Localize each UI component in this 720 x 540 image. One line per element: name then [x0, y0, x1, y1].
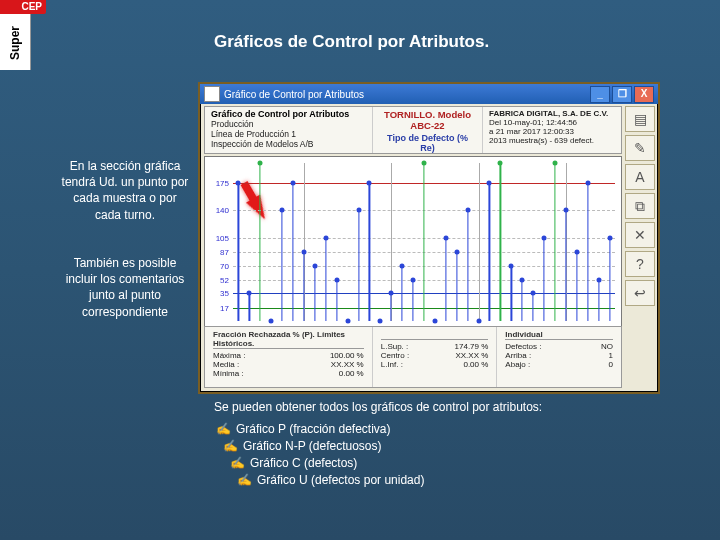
hp-left-l1: Producción	[211, 119, 366, 129]
data-point	[291, 180, 296, 185]
data-point	[443, 236, 448, 241]
data-point	[542, 236, 547, 241]
data-point	[563, 208, 568, 213]
bottom-text-block: Se pueden obtener todos los gráficos de …	[214, 400, 680, 490]
data-point	[454, 250, 459, 255]
stats-row: L.Sup. :174.79 %	[381, 342, 489, 351]
data-point	[334, 277, 339, 282]
hp-company: FABRICA DIGITAL, S.A. DE C.V.	[489, 109, 615, 118]
hp-product: TORNILLO. Modelo ABC-22	[379, 109, 476, 131]
window-title: Gráfico de Control por Atributos	[224, 89, 364, 100]
stats-panel: Fracción Rechazada % (P). Límites Histór…	[204, 326, 622, 388]
window-close-button[interactable]: X	[634, 86, 654, 103]
help-icon[interactable]: ?	[625, 251, 655, 277]
hp-left-title: Gráfico de Control por Atributos	[211, 109, 366, 119]
data-point	[280, 208, 285, 213]
data-point	[607, 236, 612, 241]
data-point	[400, 263, 405, 268]
data-point	[356, 208, 361, 213]
stats-heading: Fracción Rechazada % (P). Límites Histór…	[213, 330, 364, 349]
stats-row: L.Inf. :0.00 %	[381, 360, 489, 369]
chart-icon[interactable]: ▤	[625, 106, 655, 132]
stats-row: Defectos :NO	[505, 342, 613, 351]
tools-icon[interactable]: ✕	[625, 222, 655, 248]
y-tick-label: 52	[209, 275, 229, 284]
bottom-item: Gráfico U (defectos por unidad)	[235, 473, 680, 487]
bottom-intro: Se pueden obtener todos los gráficos de …	[214, 400, 680, 414]
chart-header-panel: Gráfico de Control por Atributos Producc…	[204, 106, 622, 154]
y-tick-label: 35	[209, 289, 229, 298]
y-tick-label: 105	[209, 234, 229, 243]
data-point	[552, 161, 557, 166]
app-screenshot: Gráfico de Control por Atributos _ ❐ X ▤…	[198, 82, 660, 394]
data-point	[509, 263, 514, 268]
brand-ribbon: CEP Super	[0, 0, 31, 70]
data-point	[531, 291, 536, 296]
control-chart: 173552708710514017513/5/2316/5/1416/5/15	[204, 156, 622, 342]
data-point	[389, 291, 394, 296]
stats-row: Centro :XX.XX %	[381, 351, 489, 360]
copy-icon[interactable]: ⧉	[625, 193, 655, 219]
stats-row: Media :XX.XX %	[213, 360, 364, 369]
side-note-1: En la sección gráfica tendrá Ud. un punt…	[60, 158, 190, 223]
data-point	[498, 161, 503, 166]
bottom-item: Gráfico N-P (defectuosos)	[221, 439, 680, 453]
hp-type: Tipo de Defecto (% Re)	[379, 133, 476, 153]
right-toolbar: ▤✎A⧉✕?↩	[625, 106, 655, 306]
y-tick-label: 175	[209, 178, 229, 187]
brand-tag: CEP	[0, 0, 46, 14]
data-point	[258, 161, 263, 166]
window-min-button[interactable]: _	[590, 86, 610, 103]
data-point	[378, 319, 383, 324]
bottom-item: Gráfico C (defectos)	[228, 456, 680, 470]
window-icon	[204, 86, 220, 102]
y-tick-label: 87	[209, 248, 229, 257]
data-point	[432, 319, 437, 324]
data-point	[411, 277, 416, 282]
data-point	[465, 208, 470, 213]
data-point	[236, 180, 241, 185]
hp-r3: 2013 muestra(s) - 639 defect.	[489, 136, 615, 145]
slide-title: Gráficos de Control por Atributos.	[214, 32, 489, 52]
data-point	[574, 250, 579, 255]
data-point	[323, 236, 328, 241]
stats-row: Mínima :0.00 %	[213, 369, 364, 378]
edit-icon[interactable]: ✎	[625, 135, 655, 161]
data-point	[269, 319, 274, 324]
side-note-2: También es posible incluir los comentari…	[60, 255, 190, 320]
data-point	[247, 291, 252, 296]
font-icon[interactable]: A	[625, 164, 655, 190]
stats-heading: Individual	[505, 330, 613, 340]
data-point	[596, 277, 601, 282]
y-tick-label: 140	[209, 206, 229, 215]
data-point	[422, 161, 427, 166]
data-point	[476, 319, 481, 324]
y-tick-label: 17	[209, 303, 229, 312]
brand-vertical-text: Super	[8, 8, 22, 78]
back-icon[interactable]: ↩	[625, 280, 655, 306]
stats-row: Abajo :0	[505, 360, 613, 369]
hp-r2: a 21 mar 2017 12:00:33	[489, 127, 615, 136]
data-point	[367, 180, 372, 185]
window-titlebar: Gráfico de Control por Atributos _ ❐ X	[200, 84, 658, 104]
window-max-button[interactable]: ❐	[612, 86, 632, 103]
data-point	[487, 180, 492, 185]
hp-left-l3: Inspección de Modelos A/B	[211, 139, 366, 149]
bottom-item: Gráfico P (fracción defectiva)	[214, 422, 680, 436]
hp-r1: Del 10-may-01; 12:44:56	[489, 118, 615, 127]
data-point	[520, 277, 525, 282]
data-point	[312, 263, 317, 268]
hp-left-l2: Línea de Producción 1	[211, 129, 366, 139]
stats-row: Máxima :100.00 %	[213, 351, 364, 360]
data-point	[301, 250, 306, 255]
data-point	[585, 180, 590, 185]
stats-row: Arriba :1	[505, 351, 613, 360]
y-tick-label: 70	[209, 261, 229, 270]
data-point	[345, 319, 350, 324]
